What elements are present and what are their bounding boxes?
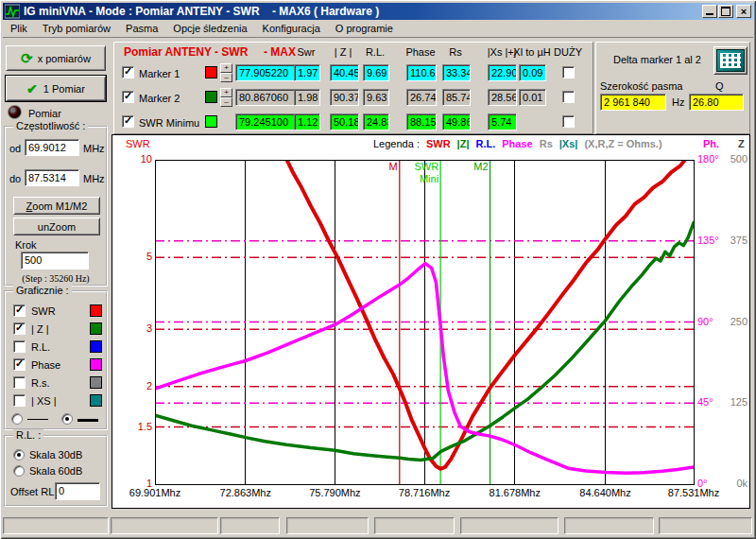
skala-30db-radio[interactable]: Skala 30dB: [13, 449, 82, 461]
checkbox-trace-Z[interactable]: ✓: [13, 322, 26, 335]
one-pomiar-button[interactable]: ✔ 1 Pomiar: [6, 76, 106, 101]
checkbox-duzy-row-2[interactable]: [562, 115, 575, 128]
offset-rl-input[interactable]: 0: [55, 482, 100, 500]
x-tick-78.716: 78.716Mhz: [394, 487, 455, 498]
trace-row-5: | XS |: [13, 394, 102, 407]
q-label: Q: [715, 80, 724, 92]
trace-label: | XS |: [31, 395, 90, 407]
marker-value-3: 26.74: [406, 89, 437, 106]
menu-item-oprogramie[interactable]: O programie: [328, 21, 401, 36]
z-tick-250: 250: [722, 316, 747, 327]
radio-thick-line[interactable]: [61, 413, 73, 425]
marker-value-0: 1.97: [294, 64, 320, 81]
thick-line-sample: [77, 417, 98, 422]
minimize-button[interactable]: [702, 5, 717, 18]
x-pomiarow-button[interactable]: ⟳ x pomiarów: [6, 45, 106, 71]
marker-value-3: 88.15: [406, 113, 437, 130]
calculator-button[interactable]: [713, 46, 747, 75]
check-icon: ✓: [124, 90, 132, 102]
column-header-3: Phase: [405, 46, 435, 58]
marker-spinner[interactable]: +–: [220, 88, 232, 107]
x-tick-72.863: 72.863Mhz: [215, 487, 276, 498]
checkbox-duzy-row-0[interactable]: [562, 66, 575, 78]
marker-value-1: 90.37: [330, 89, 359, 106]
marker-value-5: 22.90: [488, 64, 517, 81]
marker-value-1: 50.18: [330, 113, 359, 130]
marker-value-6: 0.01: [519, 89, 546, 106]
trace-row-0: ✓SWR: [13, 304, 102, 317]
spinner-up[interactable]: +: [220, 63, 232, 73]
spinner-down[interactable]: –: [220, 73, 232, 82]
step-note: (Step : 35260 Hz): [6, 273, 106, 284]
menu-item-pasma[interactable]: Pasma: [118, 21, 165, 36]
marker-value-4: 33.34: [442, 64, 471, 81]
marker-row-0: ✓Marker 1+–77.9052201.9740.459.69110.673…: [114, 62, 593, 83]
phase-tick-135°: 135°: [697, 235, 722, 246]
checkbox-duzy-row-1[interactable]: [562, 91, 575, 103]
graph-group-title: Graficznie :: [13, 285, 72, 296]
marker-value-2: 9.63: [363, 89, 389, 106]
swr-tick-10: 10: [124, 153, 152, 165]
radio-icon: [13, 449, 25, 461]
menu-item-opcjeledzenia[interactable]: Opcje śledzenia: [165, 21, 254, 36]
check-icon: ✔: [26, 81, 38, 96]
radio-dot: [65, 417, 69, 421]
menu-item-konfiguracja[interactable]: Konfiguracja: [255, 21, 328, 36]
checkbox-trace-RL[interactable]: [13, 340, 26, 353]
rl-group-title: R.L. :: [13, 429, 43, 441]
trace-color-swatch: [90, 358, 102, 371]
legend-item-Phase: Phase: [502, 138, 532, 149]
radio-thin-line[interactable]: [11, 413, 23, 425]
legend-item-Z: |Z|: [457, 138, 470, 149]
checkbox-trace-SWR[interactable]: ✓: [13, 304, 26, 317]
unzoom-button[interactable]: unZoom: [13, 217, 100, 235]
krok-label: Krok: [15, 239, 37, 251]
status-cell-4: [374, 517, 455, 534]
chart-panel: SWRLegenda :SWR|Z|R.L.PhaseRs|Xs|(X,R,Z …: [112, 134, 750, 509]
maximize-button[interactable]: [718, 5, 733, 18]
freq-from-input[interactable]: 69.9012: [25, 139, 79, 156]
checkbox-trace-Rs[interactable]: [13, 376, 26, 389]
column-header-4: Rs: [449, 46, 461, 58]
od-unit: MHz: [83, 143, 105, 154]
skala-60db-radio[interactable]: Skala 60dB: [13, 465, 82, 477]
check-icon: ✓: [124, 114, 132, 127]
bandwidth-value: 2 961 840: [600, 94, 666, 111]
menu-item-trybpomiarw[interactable]: Tryb pomiarów: [35, 21, 118, 36]
chart-svg: [112, 135, 749, 508]
checkbox-marker-row-1[interactable]: ✓: [122, 91, 134, 103]
close-icon: ×: [741, 7, 747, 16]
x-tick-69.901: 69.901Mhz: [125, 487, 185, 498]
checkbox-trace-XS[interactable]: [13, 394, 26, 407]
menu-item-plik[interactable]: Plik: [3, 21, 35, 36]
marker-row-2: ✓SWR Minimu79.2451001.1250.1824.8388.154…: [114, 112, 593, 132]
marker-value-1: 40.45: [330, 64, 359, 81]
trace-color-swatch: [90, 304, 102, 317]
checkbox-marker-row-2[interactable]: ✓: [122, 115, 134, 128]
zoom-m1m2-button[interactable]: Zoom M1/M2: [13, 197, 100, 215]
krok-input[interactable]: 500: [21, 252, 89, 270]
spinner-down[interactable]: –: [220, 97, 232, 107]
hz-unit: Hz: [672, 96, 684, 108]
checkbox-trace-Phase[interactable]: ✓: [13, 358, 26, 371]
thin-line-sample: [27, 419, 48, 420]
marker-row-label: SWR Minimu: [139, 117, 199, 129]
bandwidth-label: Szerokość pasma: [600, 80, 682, 92]
phase-tick-180°: 180°: [697, 153, 722, 165]
checkbox-marker-row-0[interactable]: ✓: [122, 66, 134, 78]
status-cell-5: [460, 517, 558, 534]
swr-tick-3: 3: [124, 322, 152, 334]
one-pomiar-label: 1 Pomiar: [43, 83, 85, 95]
close-button[interactable]: ×: [736, 5, 751, 18]
freq-to-input[interactable]: 87.5314: [25, 169, 79, 186]
app-window: { "window": {"title": "IG miniVNA - Mode…: [0, 0, 756, 539]
trace-row-1: ✓| Z |: [13, 322, 102, 335]
check-icon: ✓: [15, 304, 24, 316]
column-header-1: | Z |: [335, 46, 352, 58]
maximize-icon: [721, 7, 730, 16]
spinner-up[interactable]: +: [220, 88, 232, 97]
skala-60db-label: Skala 60dB: [29, 465, 82, 477]
marker-spinner[interactable]: +–: [220, 63, 232, 82]
trace-color-swatch: [90, 322, 102, 335]
rl-scale-group: R.L. : Skala 30dB Skala 60dB Offset RL 0: [4, 435, 108, 507]
